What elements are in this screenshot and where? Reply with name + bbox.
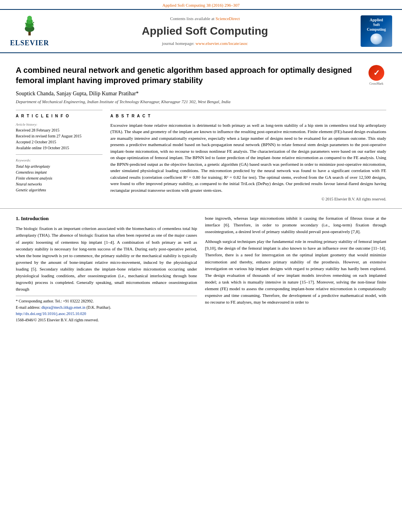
keywords-label: Keywords: (16, 158, 102, 163)
journal-logo-box: Applied Soft Computing (359, 15, 394, 47)
article-info-label: A R T I C L E I N F O (16, 113, 102, 119)
abstract-column: A B S T R A C T Excessive implant–bone r… (110, 110, 386, 202)
email-link[interactable]: dkpra@mech.iitkgp.emet.in (41, 305, 86, 310)
keyword-5: Genetic algorithms (16, 187, 102, 193)
logo-circle-decoration (370, 33, 382, 44)
svg-point-7 (25, 23, 26, 24)
received-date: Received 28 February 2015 (16, 128, 102, 133)
article-history: Article history: Received 28 February 20… (16, 122, 102, 155)
svg-point-8 (33, 22, 34, 23)
homepage-link[interactable]: www.elsevier.com/locate/asoc (195, 41, 248, 46)
svg-rect-0 (28, 32, 31, 35)
crossmark-widget[interactable]: ✓ CrossMark (367, 65, 386, 86)
svg-point-5 (26, 26, 27, 27)
article-title: A combined neural network and genetic al… (16, 65, 361, 85)
abstract-text: Excessive implant–bone relative micromot… (110, 122, 386, 194)
journal-reference: Applied Soft Computing 38 (2016) 296–307 (162, 3, 240, 7)
email-line: E-mail address: dkpra@mech.iitkgp.emet.i… (16, 305, 197, 310)
crossmark-logo: ✓ (368, 65, 384, 81)
journal-title: Applied Soft Computing (51, 23, 359, 39)
crossmark-label: CrossMark (369, 82, 383, 86)
article-content: A combined neural network and genetic al… (0, 53, 402, 202)
intro-paragraph-3: Although surgical techniques play the fu… (205, 238, 386, 305)
affiliation-line: Department of Mechanical Engineering, In… (16, 99, 386, 105)
contents-text: Contents lists available at (170, 16, 214, 21)
corresponding-note: * Corresponding author. Tel.: +91 03222 … (16, 298, 197, 304)
authors-line: Souptick Chanda, Sanjay Gupta, Dilip Kum… (16, 90, 386, 98)
introduction-heading: 1. Introduction (16, 215, 197, 222)
journal-center: Contents lists available at ScienceDirec… (51, 16, 359, 46)
issn-line: 1568-4946/© 2015 Elsevier B.V. All right… (16, 317, 197, 323)
section-divider (0, 208, 402, 209)
homepage-label: journal homepage: (162, 41, 194, 46)
keyword-3: Finite element analysis (16, 176, 102, 181)
journal-header: ELSEVIER Contents lists available at Sci… (0, 9, 402, 53)
keyword-4: Neural networks (16, 182, 102, 187)
body-right-column: bone ingrowth, whereas large micromotion… (205, 215, 386, 324)
authors-text: Souptick Chanda, Sanjay Gupta, Dilip Kum… (16, 91, 139, 96)
doi-line: http://dx.doi.org/10.1016/j.asoc.2015.10… (16, 311, 197, 317)
svg-point-6 (32, 25, 34, 26)
accepted-date: Accepted 2 October 2015 (16, 139, 102, 145)
copyright-notice: © 2015 Elsevier B.V. All rights reserved… (110, 196, 386, 202)
keyword-1: Total hip arthroplasty (16, 164, 102, 169)
journal-logo-image: Applied Soft Computing (361, 15, 392, 47)
elsevier-tree-icon (18, 14, 41, 37)
sciencedirect-link[interactable]: ScienceDirect (216, 16, 240, 21)
elsevier-logo: ELSEVIER (8, 14, 51, 48)
intro-paragraph-2: bone ingrowth, whereas large micromotion… (205, 215, 386, 235)
available-date: Available online 19 October 2015 (16, 145, 102, 151)
history-label: Article history: (16, 122, 102, 127)
email-person: (D.K. Pratihar). (86, 305, 111, 310)
svg-point-4 (27, 16, 32, 20)
elsevier-name: ELSEVIER (10, 38, 49, 48)
article-title-section: A combined neural network and genetic al… (16, 65, 386, 86)
keyword-2: Cementless implant (16, 170, 102, 175)
article-info-column: A R T I C L E I N F O Article history: R… (16, 110, 102, 202)
logo-text-applied: Applied Soft Computing (367, 18, 386, 32)
keywords-section: Keywords: Total hip arthroplasty Cementl… (16, 158, 102, 193)
journal-homepage: journal homepage: www.elsevier.com/locat… (51, 41, 359, 46)
intro-paragraph-1: The biologic fixation is an important cr… (16, 225, 197, 292)
doi-link[interactable]: http://dx.doi.org/10.1016/j.asoc.2015.10… (16, 311, 86, 316)
body-left-column: 1. Introduction The biologic fixation is… (16, 215, 197, 324)
email-label: E-mail address: (16, 305, 40, 310)
sciencedirect-line: Contents lists available at ScienceDirec… (51, 16, 359, 22)
body-content: 1. Introduction The biologic fixation is… (0, 215, 402, 324)
footnote-section: * Corresponding author. Tel.: +91 03222 … (16, 296, 197, 323)
abstract-label: A B S T R A C T (110, 113, 386, 119)
revised-date: Received in revised form 27 August 2015 (16, 133, 102, 139)
article-info-abstract-section: A R T I C L E I N F O Article history: R… (16, 110, 386, 202)
top-bar: Applied Soft Computing 38 (2016) 296–307 (0, 0, 402, 9)
